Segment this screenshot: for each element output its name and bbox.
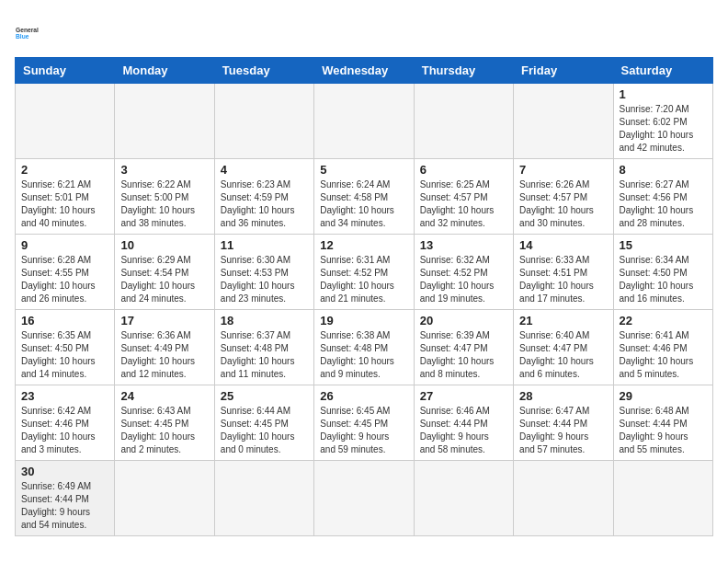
day-number: 17 xyxy=(120,314,208,327)
cell-content: Sunrise: 6:42 AM Sunset: 4:46 PM Dayligh… xyxy=(21,405,108,456)
calendar-cell xyxy=(414,84,513,159)
day-number: 20 xyxy=(420,314,507,327)
calendar-cell: 4Sunrise: 6:23 AM Sunset: 4:59 PM Daylig… xyxy=(214,159,313,235)
cell-content: Sunrise: 6:44 AM Sunset: 4:45 PM Dayligh… xyxy=(221,405,308,456)
weekday-header-wednesday: Wednesday xyxy=(314,58,414,84)
calendar-cell xyxy=(214,461,313,536)
calendar-week-row: 30Sunrise: 6:49 AM Sunset: 4:44 PM Dayli… xyxy=(16,461,713,536)
cell-content: Sunrise: 6:30 AM Sunset: 4:53 PM Dayligh… xyxy=(221,254,308,305)
day-number: 11 xyxy=(221,238,308,252)
day-number: 24 xyxy=(120,389,208,403)
calendar-cell xyxy=(16,84,115,159)
day-number: 23 xyxy=(21,389,108,403)
calendar-cell: 16Sunrise: 6:35 AM Sunset: 4:50 PM Dayli… xyxy=(16,310,115,385)
cell-content: Sunrise: 6:22 AM Sunset: 5:00 PM Dayligh… xyxy=(120,178,208,230)
day-number: 26 xyxy=(320,389,407,403)
cell-content: Sunrise: 6:31 AM Sunset: 4:52 PM Dayligh… xyxy=(320,254,407,305)
calendar-week-row: 1Sunrise: 7:20 AM Sunset: 6:02 PM Daylig… xyxy=(16,84,713,159)
day-number: 6 xyxy=(420,163,507,177)
calendar-cell: 3Sunrise: 6:22 AM Sunset: 5:00 PM Daylig… xyxy=(115,159,214,235)
calendar-cell xyxy=(314,461,414,536)
calendar-cell: 11Sunrise: 6:30 AM Sunset: 4:53 PM Dayli… xyxy=(214,235,313,310)
calendar-cell: 9Sunrise: 6:28 AM Sunset: 4:55 PM Daylig… xyxy=(16,235,115,310)
calendar-cell xyxy=(514,84,613,159)
day-number: 3 xyxy=(120,163,208,177)
calendar-cell: 10Sunrise: 6:29 AM Sunset: 4:54 PM Dayli… xyxy=(115,235,214,310)
calendar-cell: 29Sunrise: 6:48 AM Sunset: 4:44 PM Dayli… xyxy=(613,385,712,461)
day-number: 18 xyxy=(221,314,308,327)
day-number: 30 xyxy=(21,465,108,478)
cell-content: Sunrise: 6:49 AM Sunset: 4:44 PM Dayligh… xyxy=(21,480,108,532)
day-number: 13 xyxy=(420,238,507,252)
cell-content: Sunrise: 6:28 AM Sunset: 4:55 PM Dayligh… xyxy=(21,254,108,305)
calendar-cell xyxy=(214,84,313,159)
calendar-cell: 28Sunrise: 6:47 AM Sunset: 4:44 PM Dayli… xyxy=(514,385,613,461)
cell-content: Sunrise: 6:24 AM Sunset: 4:58 PM Dayligh… xyxy=(320,178,407,230)
logo-icon: General Blue xyxy=(15,15,48,48)
day-number: 4 xyxy=(221,163,308,177)
weekday-header-tuesday: Tuesday xyxy=(214,58,313,84)
day-number: 21 xyxy=(519,314,607,327)
calendar-cell: 8Sunrise: 6:27 AM Sunset: 4:56 PM Daylig… xyxy=(613,159,712,235)
day-number: 2 xyxy=(21,163,108,177)
cell-content: Sunrise: 6:23 AM Sunset: 4:59 PM Dayligh… xyxy=(221,178,308,230)
cell-content: Sunrise: 6:36 AM Sunset: 4:49 PM Dayligh… xyxy=(120,329,208,381)
svg-text:General: General xyxy=(16,27,39,33)
day-number: 10 xyxy=(120,238,208,252)
calendar-cell xyxy=(115,461,214,536)
cell-content: Sunrise: 6:29 AM Sunset: 4:54 PM Dayligh… xyxy=(120,254,208,305)
day-number: 29 xyxy=(620,389,707,403)
day-number: 22 xyxy=(620,314,707,327)
day-number: 8 xyxy=(620,163,707,177)
cell-content: Sunrise: 6:26 AM Sunset: 4:57 PM Dayligh… xyxy=(519,178,607,230)
calendar-cell: 17Sunrise: 6:36 AM Sunset: 4:49 PM Dayli… xyxy=(115,310,214,385)
day-number: 5 xyxy=(320,163,407,177)
day-number: 9 xyxy=(21,238,108,252)
cell-content: Sunrise: 6:33 AM Sunset: 4:51 PM Dayligh… xyxy=(519,254,607,305)
svg-text:Blue: Blue xyxy=(16,33,29,40)
calendar-cell: 19Sunrise: 6:38 AM Sunset: 4:48 PM Dayli… xyxy=(314,310,414,385)
cell-content: Sunrise: 6:27 AM Sunset: 4:56 PM Dayligh… xyxy=(620,178,707,230)
day-number: 16 xyxy=(21,314,108,327)
weekday-header-sunday: Sunday xyxy=(16,58,115,84)
day-number: 12 xyxy=(320,238,407,252)
calendar-week-row: 23Sunrise: 6:42 AM Sunset: 4:46 PM Dayli… xyxy=(16,385,713,461)
calendar-cell: 14Sunrise: 6:33 AM Sunset: 4:51 PM Dayli… xyxy=(514,235,613,310)
calendar-cell: 23Sunrise: 6:42 AM Sunset: 4:46 PM Dayli… xyxy=(16,385,115,461)
weekday-header-friday: Friday xyxy=(514,58,613,84)
cell-content: Sunrise: 6:35 AM Sunset: 4:50 PM Dayligh… xyxy=(21,329,108,381)
cell-content: Sunrise: 6:39 AM Sunset: 4:47 PM Dayligh… xyxy=(420,329,507,381)
calendar-cell xyxy=(414,461,513,536)
cell-content: Sunrise: 6:34 AM Sunset: 4:50 PM Dayligh… xyxy=(620,254,707,305)
logo: General Blue xyxy=(15,15,48,48)
weekday-header-monday: Monday xyxy=(115,58,214,84)
cell-content: Sunrise: 6:41 AM Sunset: 4:46 PM Dayligh… xyxy=(620,329,707,381)
calendar-cell: 5Sunrise: 6:24 AM Sunset: 4:58 PM Daylig… xyxy=(314,159,414,235)
calendar-cell xyxy=(514,461,613,536)
cell-content: Sunrise: 6:37 AM Sunset: 4:48 PM Dayligh… xyxy=(221,329,308,381)
day-number: 1 xyxy=(620,87,707,101)
calendar-cell: 25Sunrise: 6:44 AM Sunset: 4:45 PM Dayli… xyxy=(214,385,313,461)
cell-content: Sunrise: 6:48 AM Sunset: 4:44 PM Dayligh… xyxy=(620,405,707,456)
calendar-cell: 6Sunrise: 6:25 AM Sunset: 4:57 PM Daylig… xyxy=(414,159,513,235)
cell-content: Sunrise: 6:21 AM Sunset: 5:01 PM Dayligh… xyxy=(21,178,108,230)
day-number: 25 xyxy=(221,389,308,403)
calendar: SundayMondayTuesdayWednesdayThursdayFrid… xyxy=(15,57,713,536)
calendar-week-row: 16Sunrise: 6:35 AM Sunset: 4:50 PM Dayli… xyxy=(16,310,713,385)
calendar-cell: 12Sunrise: 6:31 AM Sunset: 4:52 PM Dayli… xyxy=(314,235,414,310)
day-number: 19 xyxy=(320,314,407,327)
calendar-cell: 13Sunrise: 6:32 AM Sunset: 4:52 PM Dayli… xyxy=(414,235,513,310)
calendar-cell: 15Sunrise: 6:34 AM Sunset: 4:50 PM Dayli… xyxy=(613,235,712,310)
calendar-cell: 30Sunrise: 6:49 AM Sunset: 4:44 PM Dayli… xyxy=(16,461,115,536)
calendar-cell: 7Sunrise: 6:26 AM Sunset: 4:57 PM Daylig… xyxy=(514,159,613,235)
calendar-cell xyxy=(314,84,414,159)
header: General Blue xyxy=(15,15,713,48)
day-number: 28 xyxy=(519,389,607,403)
day-number: 7 xyxy=(519,163,607,177)
calendar-cell: 26Sunrise: 6:45 AM Sunset: 4:45 PM Dayli… xyxy=(314,385,414,461)
cell-content: Sunrise: 6:46 AM Sunset: 4:44 PM Dayligh… xyxy=(420,405,507,456)
calendar-cell xyxy=(613,461,712,536)
calendar-cell xyxy=(115,84,214,159)
cell-content: Sunrise: 7:20 AM Sunset: 6:02 PM Dayligh… xyxy=(620,103,707,155)
weekday-header-row: SundayMondayTuesdayWednesdayThursdayFrid… xyxy=(16,58,713,84)
